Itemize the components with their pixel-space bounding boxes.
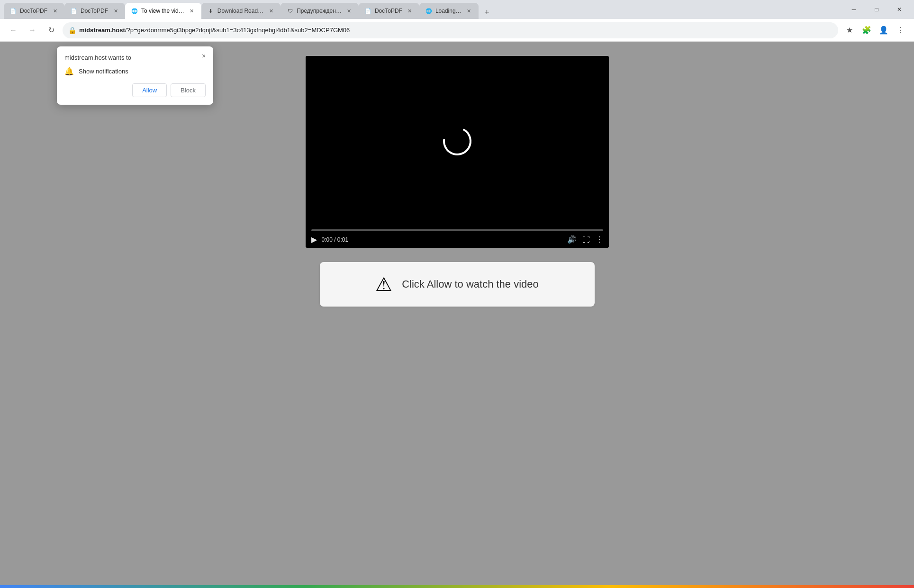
tab-5[interactable]: 🛡 Предупрежден… ✕ bbox=[281, 3, 359, 19]
forward-button[interactable]: → bbox=[25, 23, 40, 38]
tab-2-close[interactable]: ✕ bbox=[112, 7, 119, 15]
warning-icon: ⚠ bbox=[375, 273, 392, 295]
address-bar[interactable]: 🔒 midstream.host/?p=gezdonrrme5gi3bpge2d… bbox=[63, 22, 838, 38]
tabs-container: 📄 DocToPDF ✕ 📄 DocToPDF ✕ 🌐 To view the … bbox=[4, 0, 839, 19]
video-controls: ▶ 0:00 / 0:01 🔊 ⛶ ⋮ bbox=[306, 226, 609, 248]
tab-1-close[interactable]: ✕ bbox=[51, 7, 59, 15]
tab-7-label: Loading… bbox=[435, 8, 462, 14]
tab-1-icon: 📄 bbox=[9, 7, 17, 15]
browser-window: 📄 DocToPDF ✕ 📄 DocToPDF ✕ 🌐 To view the … bbox=[0, 0, 914, 588]
tab-2-icon: 📄 bbox=[70, 7, 78, 15]
tab-7-icon: 🌐 bbox=[425, 7, 433, 15]
tab-6[interactable]: 📄 DocToPDF ✕ bbox=[359, 3, 419, 19]
tab-6-label: DocToPDF bbox=[375, 8, 402, 14]
progress-bar[interactable] bbox=[311, 229, 603, 231]
page-content: × midstream.host wants to 🔔 Show notific… bbox=[0, 42, 914, 585]
extensions-button[interactable]: 🧩 bbox=[859, 23, 874, 38]
tab-3-icon: 🌐 bbox=[131, 7, 138, 15]
tab-3-label: To view the vid… bbox=[141, 8, 184, 14]
popup-permission-label: Show notifications bbox=[79, 68, 128, 75]
tab-6-close[interactable]: ✕ bbox=[406, 7, 414, 15]
controls-right: 🔊 ⛶ ⋮ bbox=[567, 235, 603, 244]
tab-7-close[interactable]: ✕ bbox=[465, 7, 473, 15]
tab-6-icon: 📄 bbox=[364, 7, 372, 15]
bookmark-button[interactable]: ★ bbox=[842, 23, 857, 38]
time-display: 0:00 / 0:01 bbox=[322, 236, 349, 243]
video-player: ▶ 0:00 / 0:01 🔊 ⛶ ⋮ bbox=[306, 56, 609, 248]
window-controls: ─ □ ✕ bbox=[843, 2, 910, 17]
menu-button[interactable]: ⋮ bbox=[893, 23, 908, 38]
close-button[interactable]: ✕ bbox=[888, 2, 910, 17]
tab-4-icon: ⬇ bbox=[207, 7, 215, 15]
popup-permission-item: 🔔 Show notifications bbox=[64, 67, 206, 76]
loading-spinner bbox=[441, 125, 474, 158]
notification-popup: × midstream.host wants to 🔔 Show notific… bbox=[57, 46, 213, 105]
tab-5-close[interactable]: ✕ bbox=[345, 7, 353, 15]
tab-3[interactable]: 🌐 To view the vid… ✕ bbox=[125, 3, 201, 19]
tab-1-label: DocToPDF bbox=[20, 8, 47, 14]
tab-4[interactable]: ⬇ Download Read… ✕ bbox=[201, 3, 281, 19]
tab-4-label: Download Read… bbox=[217, 8, 263, 14]
svg-point-0 bbox=[441, 125, 474, 158]
bottom-bar bbox=[0, 585, 914, 588]
tab-7[interactable]: 🌐 Loading… ✕ bbox=[419, 3, 479, 19]
tab-1[interactable]: 📄 DocToPDF ✕ bbox=[4, 3, 64, 19]
bell-icon: 🔔 bbox=[64, 67, 74, 76]
play-button[interactable]: ▶ bbox=[311, 235, 317, 244]
maximize-button[interactable]: □ bbox=[866, 2, 887, 17]
warning-box: ⚠ Click Allow to watch the video bbox=[320, 262, 595, 307]
tab-4-close[interactable]: ✕ bbox=[267, 7, 275, 15]
block-button[interactable]: Block bbox=[171, 83, 206, 97]
allow-button[interactable]: Allow bbox=[132, 83, 167, 97]
profile-button[interactable]: 👤 bbox=[876, 23, 891, 38]
warning-text: Click Allow to watch the video bbox=[402, 278, 539, 290]
new-tab-button[interactable]: + bbox=[480, 6, 494, 19]
toolbar: ← → ↻ 🔒 midstream.host/?p=gezdonrrme5gi3… bbox=[0, 19, 914, 42]
toolbar-icons: ★ 🧩 👤 ⋮ bbox=[842, 23, 908, 38]
tab-3-close[interactable]: ✕ bbox=[188, 7, 196, 15]
title-bar: 📄 DocToPDF ✕ 📄 DocToPDF ✕ 🌐 To view the … bbox=[0, 0, 914, 19]
tab-5-icon: 🛡 bbox=[286, 7, 294, 15]
popup-title: midstream.host wants to bbox=[64, 54, 206, 61]
address-text: midstream.host/?p=gezdonrrme5gi3bpge2dqn… bbox=[79, 27, 833, 34]
reload-button[interactable]: ↻ bbox=[44, 23, 59, 38]
more-options-button[interactable]: ⋮ bbox=[596, 235, 603, 244]
lock-icon: 🔒 bbox=[68, 27, 76, 34]
controls-row: ▶ 0:00 / 0:01 🔊 ⛶ ⋮ bbox=[311, 235, 603, 244]
back-button[interactable]: ← bbox=[6, 23, 21, 38]
mute-button[interactable]: 🔊 bbox=[567, 235, 577, 244]
tab-2[interactable]: 📄 DocToPDF ✕ bbox=[64, 3, 125, 19]
fullscreen-button[interactable]: ⛶ bbox=[582, 235, 590, 244]
controls-left: ▶ 0:00 / 0:01 bbox=[311, 235, 349, 244]
tab-2-label: DocToPDF bbox=[81, 8, 108, 14]
popup-buttons: Allow Block bbox=[64, 83, 206, 97]
tab-5-label: Предупрежден… bbox=[297, 8, 342, 14]
video-screen bbox=[306, 56, 609, 226]
popup-close-button[interactable]: × bbox=[199, 51, 208, 61]
minimize-button[interactable]: ─ bbox=[843, 2, 865, 17]
